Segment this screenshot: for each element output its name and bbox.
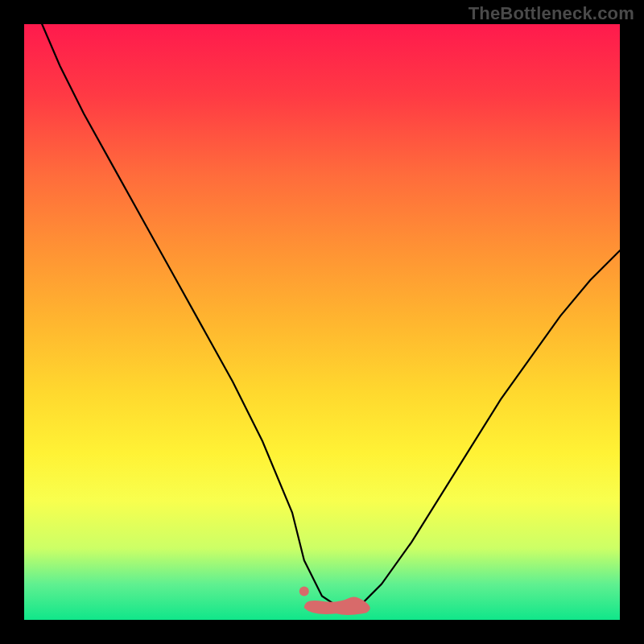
minimum-dot — [299, 586, 309, 596]
chart-overlay — [24, 24, 620, 620]
flat-minimum-marker — [304, 597, 370, 615]
chart-frame: TheBottleneck.com — [0, 0, 644, 644]
bottleneck-curve — [42, 24, 620, 608]
watermark-text: TheBottleneck.com — [469, 3, 634, 24]
